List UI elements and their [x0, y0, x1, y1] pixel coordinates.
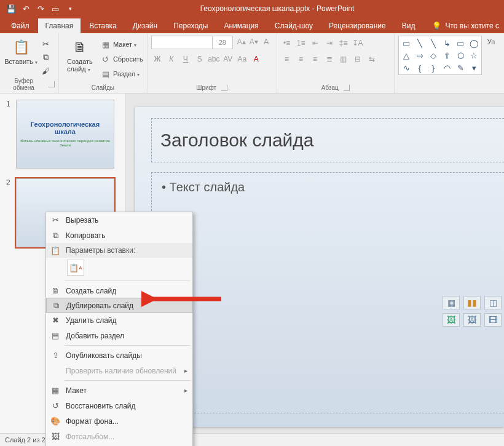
change-case-icon[interactable]: Aa	[236, 53, 248, 65]
qat-customize-icon[interactable]: ▾	[65, 4, 75, 14]
smartart-icon[interactable]: ⇆	[366, 53, 378, 65]
font-launcher-icon[interactable]	[221, 85, 227, 91]
decrease-indent-icon[interactable]: ⇤	[309, 37, 321, 49]
shape-triangle-icon[interactable]: △	[400, 50, 412, 61]
align-center-icon[interactable]: ≡	[295, 53, 307, 65]
tab-design[interactable]: Дизайн	[125, 18, 165, 33]
align-text-icon[interactable]: ⊟	[352, 53, 364, 65]
duplicate-icon: ⧉	[50, 300, 61, 311]
body-placeholder-text: Текст слайда	[162, 180, 494, 194]
group-slides: 🗎 Создать слайд ▦Макет ↺Сбросить ▤Раздел…	[59, 33, 148, 93]
format-painter-icon[interactable]: 🖌	[39, 65, 52, 76]
shape-oval-icon[interactable]: ◯	[468, 38, 480, 49]
justify-icon[interactable]: ≣	[323, 53, 336, 65]
paste-button[interactable]: 📋 Вставить	[4, 36, 38, 65]
shape-arrowup-icon[interactable]: ⇧	[441, 50, 453, 61]
shape-arrow-icon[interactable]: ⇨	[414, 50, 426, 61]
tab-animations[interactable]: Анимация	[216, 18, 266, 33]
insert-smartart-icon[interactable]: ◫	[484, 296, 502, 309]
italic-icon[interactable]: К	[165, 53, 178, 65]
tell-me-search[interactable]: 💡 Что вы хотите с	[427, 18, 504, 33]
reset-icon: ↺	[50, 400, 61, 412]
paste-keep-formatting-icon[interactable]: 📋A	[67, 260, 84, 276]
save-icon[interactable]: 💾	[6, 4, 16, 14]
undo-icon[interactable]: ↶	[21, 4, 31, 14]
cm-delete-slide-label: Удалить слайд	[66, 316, 117, 325]
cm-delete-slide[interactable]: ✖Удалить слайд	[46, 313, 192, 328]
underline-icon[interactable]: Ч	[179, 53, 192, 65]
increase-font-icon[interactable]: A▴	[235, 36, 248, 48]
tab-transitions[interactable]: Переходы	[166, 18, 215, 33]
shape-hex-icon[interactable]: ⬡	[454, 50, 467, 61]
new-slide-button[interactable]: 🗎 Создать слайд	[63, 36, 97, 73]
tab-home[interactable]: Главная	[38, 18, 81, 33]
shape-rect-icon[interactable]: ▭	[454, 38, 467, 49]
align-left-icon[interactable]: ≡	[281, 53, 293, 65]
insert-table-icon[interactable]: ▦	[443, 296, 460, 309]
thumbnail-1-subtitle: Восемь основных геологических периодов р…	[20, 139, 110, 148]
cm-add-section[interactable]: ▤Добавить раздел	[46, 328, 192, 343]
cm-format-background[interactable]: 🎨Формат фона...	[46, 413, 192, 429]
shape-diamond-icon[interactable]: ◇	[427, 50, 439, 61]
cut-icon[interactable]: ✂	[39, 38, 52, 49]
cm-new-slide-label: Создать слайд	[66, 287, 116, 295]
cm-copy[interactable]: ⧉Копировать	[46, 228, 192, 243]
scissors-icon: ✂	[50, 215, 61, 226]
font-name-combo[interactable]	[151, 36, 213, 49]
insert-video-icon[interactable]: 🎞	[484, 313, 502, 327]
reset-button[interactable]: ↺Сбросить	[101, 53, 143, 65]
shape-arc-icon[interactable]: ◠	[441, 62, 453, 73]
shape-curve-icon[interactable]: ∿	[400, 62, 412, 73]
section-button[interactable]: ▤Раздел	[101, 68, 143, 80]
redo-icon[interactable]: ↷	[36, 4, 45, 14]
shape-freeform-icon[interactable]: ✎	[454, 62, 467, 73]
cm-publish-slides[interactable]: ⇪Опубликовать слайды	[46, 348, 192, 363]
increase-indent-icon[interactable]: ⇥	[323, 37, 336, 49]
font-size-combo[interactable]: 28	[212, 36, 233, 49]
tab-review[interactable]: Рецензирование	[321, 18, 393, 33]
clipboard-launcher-icon[interactable]	[49, 81, 55, 87]
bold-icon[interactable]: Ж	[151, 53, 163, 65]
cm-cut[interactable]: ✂Вырезать	[46, 212, 192, 228]
insert-online-picture-icon[interactable]: 🖼	[463, 313, 481, 327]
tab-file[interactable]: Файл	[4, 18, 37, 33]
lightbulb-icon: 💡	[432, 22, 441, 30]
align-right-icon[interactable]: ≡	[309, 53, 321, 65]
shape-brace2-icon[interactable]: }	[427, 62, 439, 73]
shape-star-icon[interactable]: ☆	[468, 50, 480, 61]
shape-brace-icon[interactable]: {	[414, 62, 426, 73]
bullets-icon[interactable]: •≡	[281, 37, 293, 49]
shape-line2-icon[interactable]: ╲	[427, 38, 439, 49]
font-color-icon[interactable]: A	[250, 53, 262, 65]
char-spacing-icon[interactable]: AV	[222, 53, 234, 65]
insert-chart-icon[interactable]: ▮▮	[463, 296, 481, 309]
shadow-icon[interactable]: S	[194, 53, 206, 65]
arrange-button[interactable]: Уп	[482, 36, 500, 46]
layout-button[interactable]: ▦Макет	[101, 38, 143, 50]
text-direction-icon[interactable]: ↧A	[352, 37, 364, 49]
clipboard-icon: 📋	[12, 38, 30, 57]
shapes-gallery[interactable]: ▭╲╲↳▭◯ △⇨◇⇧⬡☆ ∿{}◠✎▾	[398, 36, 482, 75]
insert-picture-icon[interactable]: 🖼	[443, 313, 460, 327]
cm-reset-slide[interactable]: ↺Восстановить слайд	[46, 398, 192, 413]
shape-more-icon[interactable]: ▾	[468, 62, 480, 73]
clear-formatting-icon[interactable]: A̶	[260, 36, 272, 48]
title-placeholder[interactable]: Заголовок слайда	[151, 118, 504, 162]
section-label: Раздел	[113, 70, 140, 78]
shape-connector-icon[interactable]: ↳	[441, 38, 453, 49]
tab-insert[interactable]: Вставка	[82, 18, 124, 33]
numbering-icon[interactable]: 1≡	[295, 37, 307, 49]
thumbnail-1[interactable]: 1 Геохронологическая шкала Восемь основн…	[6, 100, 119, 169]
tab-view[interactable]: Вид	[395, 18, 423, 33]
line-spacing-icon[interactable]: ‡≡	[337, 37, 350, 49]
decrease-font-icon[interactable]: A▾	[248, 36, 260, 48]
columns-icon[interactable]: ▥	[337, 53, 350, 65]
tab-slideshow[interactable]: Слайд-шоу	[267, 18, 320, 33]
strikethrough-icon[interactable]: abc	[208, 53, 220, 65]
cm-layout[interactable]: ▦Макет▸	[46, 383, 192, 398]
shape-textbox-icon[interactable]: ▭	[400, 38, 412, 49]
paragraph-launcher-icon[interactable]	[344, 85, 350, 91]
start-slideshow-icon[interactable]: ▭	[50, 4, 60, 14]
shape-line-icon[interactable]: ╲	[414, 38, 426, 49]
copy-icon[interactable]: ⧉	[39, 52, 52, 63]
